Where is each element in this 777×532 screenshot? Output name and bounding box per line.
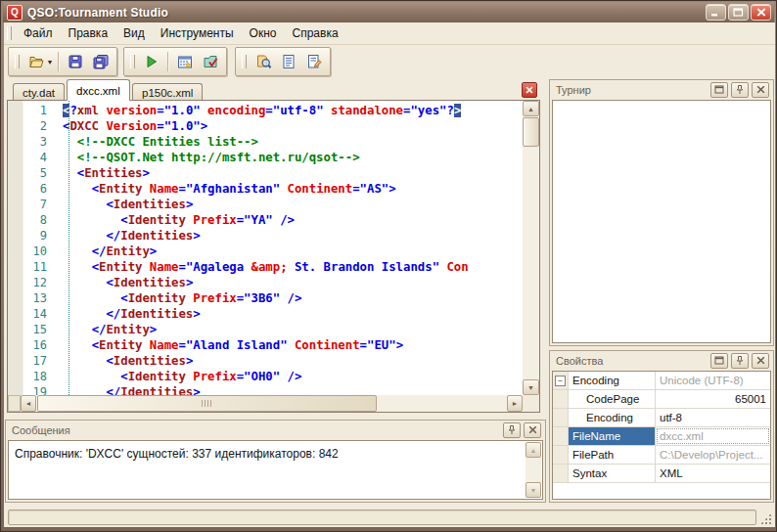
window-button[interactable] <box>710 353 728 369</box>
property-row-syntax[interactable]: SyntaxXML <box>553 465 770 483</box>
resize-grip[interactable] <box>759 512 772 525</box>
minimize-icon <box>710 8 721 17</box>
menu-правка[interactable]: Правка <box>61 23 116 43</box>
messages-panel-body[interactable]: Справочник: 'DXCC' сущностей: 337 иденти… <box>8 440 543 500</box>
code-line[interactable]: 12 <Identities> <box>8 276 522 291</box>
property-row-encoding[interactable]: Encodingutf-8 <box>553 409 770 427</box>
code-line[interactable]: 18 <Identity Prefix="OH0" /> <box>8 370 522 385</box>
property-row-filename[interactable]: FileNamedxcc.xml <box>553 427 770 446</box>
menu-инструменты[interactable]: Инструменты <box>153 23 242 43</box>
minimize-button[interactable] <box>706 4 726 21</box>
maximize-button[interactable] <box>728 4 749 21</box>
splitter-box[interactable] <box>8 395 21 412</box>
view-messages-button[interactable] <box>276 50 301 73</box>
pin-button[interactable] <box>731 353 749 369</box>
document-properties-button[interactable] <box>301 50 327 73</box>
tournament-panel-body[interactable] <box>552 100 771 343</box>
pin-button[interactable] <box>731 82 749 98</box>
tab-cty-dat[interactable]: cty.dat <box>13 83 65 101</box>
line-number: 1 <box>8 104 63 119</box>
scroll-up-button[interactable]: ▲ <box>523 101 539 116</box>
close-button[interactable] <box>752 353 769 369</box>
property-value[interactable]: C:\Develop\Project... <box>656 446 770 464</box>
property-row-encoding[interactable]: −EncodingUnicode (UTF-8) <box>553 372 770 390</box>
property-value[interactable]: Unicode (UTF-8) <box>656 372 770 389</box>
property-grid[interactable]: −EncodingUnicode (UTF-8)CodePage65001Enc… <box>553 372 770 499</box>
property-row-codepage[interactable]: CodePage65001 <box>553 390 770 409</box>
scroll-down-button[interactable]: ▼ <box>526 482 541 498</box>
close-button[interactable] <box>752 82 769 98</box>
close-button[interactable] <box>751 4 771 21</box>
pin-icon <box>735 84 745 95</box>
tab-p150c-xml[interactable]: p150c.xml <box>132 83 203 101</box>
code-line[interactable]: 19 </Identities> <box>8 385 522 395</box>
toolbar-grip-handle[interactable] <box>15 55 20 68</box>
menu-файл[interactable]: Файл <box>16 23 61 43</box>
validate-button[interactable] <box>198 50 223 73</box>
tab-dxcc-xml[interactable]: dxcc.xml <box>67 79 130 101</box>
editor-horizontal-scrollbar[interactable]: ◄ ► <box>8 395 523 412</box>
toolbar-grip-handle[interactable] <box>242 55 247 68</box>
scroll-left-button[interactable]: ◄ <box>21 395 36 412</box>
properties-panel-body: −EncodingUnicode (UTF-8)CodePage65001Enc… <box>552 371 771 500</box>
code-line[interactable]: 10 </Entity> <box>8 244 522 260</box>
menu-окно[interactable]: Окно <box>242 23 285 43</box>
calendar-icon <box>177 54 193 69</box>
code-line[interactable]: 1<?xml version="1.0" encoding="utf-8" st… <box>8 104 522 119</box>
code-line[interactable]: 3 <!--DXCC Entities list--> <box>8 135 522 151</box>
scroll-up-button[interactable]: ▲ <box>526 442 541 458</box>
vertical-scroll-thumb[interactable] <box>523 117 539 147</box>
properties-panel-header[interactable]: Свойства <box>550 351 773 370</box>
document-properties-icon <box>306 54 323 69</box>
collapse-expander-icon[interactable]: − <box>555 376 566 386</box>
search-document-button[interactable] <box>251 50 276 73</box>
code-line[interactable]: 11 <Entity Name="Agalega &amp; St. Brand… <box>8 260 522 276</box>
property-value[interactable]: 65001 <box>656 390 770 408</box>
save-all-button[interactable] <box>88 50 114 73</box>
save-button[interactable] <box>63 50 88 73</box>
code-line[interactable]: 17 <Identities> <box>8 354 522 370</box>
property-row-filepath[interactable]: FilePathC:\Develop\Project... <box>553 446 770 465</box>
code-line[interactable]: 4 <!--QSOT.Net http://msft.net.ru/qsot--… <box>8 151 522 166</box>
run-button[interactable] <box>139 50 164 73</box>
code-line[interactable]: 2<DXCC Version="1.0"> <box>8 119 522 135</box>
toolbar-grip-handle[interactable] <box>130 55 135 68</box>
dropdown-caret-icon[interactable]: ▼ <box>45 59 55 66</box>
tournament-panel-header[interactable]: Турнир <box>550 80 773 99</box>
close-document-button[interactable] <box>522 82 537 98</box>
code-line[interactable]: 9 </Identities> <box>8 229 522 244</box>
toolbar-separator <box>167 52 169 71</box>
pin-button[interactable] <box>503 422 521 438</box>
property-value[interactable]: XML <box>656 465 770 482</box>
property-value[interactable]: dxcc.xml <box>656 427 770 445</box>
editor-lines[interactable]: 1<?xml version="1.0" encoding="utf-8" st… <box>8 104 522 395</box>
code-text: <!--QSOT.Net http://msft.net.ru/qsot--> <box>63 151 360 166</box>
menu-вид[interactable]: Вид <box>115 23 153 43</box>
property-value[interactable]: utf-8 <box>656 409 770 426</box>
window-button[interactable] <box>710 82 728 98</box>
horizontal-scroll-thumb[interactable] <box>37 395 377 412</box>
editor-vertical-scrollbar[interactable]: ▲ ▼ <box>523 101 539 395</box>
menu-справка[interactable]: Справка <box>285 23 346 43</box>
title-bar[interactable]: Q QSO:Tournament Studio <box>3 2 774 22</box>
code-line[interactable]: 16 <Entity Name="Aland Island" Continent… <box>8 338 522 354</box>
search-document-icon <box>255 54 272 69</box>
code-line[interactable]: 14 </Identities> <box>8 307 522 323</box>
menubar-grip-handle[interactable] <box>7 26 12 40</box>
code-line[interactable]: 7 <Identities> <box>8 198 522 213</box>
messages-panel-header[interactable]: Сообщения <box>6 421 545 439</box>
scroll-down-button[interactable]: ▼ <box>523 379 539 395</box>
maximize-icon <box>733 8 744 17</box>
code-line[interactable]: 8 <Identity Prefix="YA" /> <box>8 213 522 229</box>
code-editor[interactable]: 1<?xml version="1.0" encoding="utf-8" st… <box>7 100 540 413</box>
code-line[interactable]: 13 <Identity Prefix="3B6" /> <box>8 291 522 307</box>
calendar-button[interactable] <box>172 50 198 73</box>
scroll-right-button[interactable]: ► <box>507 395 523 412</box>
code-line[interactable]: 6 <Entity Name="Afghanistan" Continent="… <box>8 182 522 198</box>
messages-scrollbar[interactable]: ▲ ▼ <box>526 442 541 498</box>
code-line[interactable]: 5 <Entities> <box>8 166 522 182</box>
property-name: CodePage <box>569 390 656 408</box>
close-button[interactable] <box>524 422 541 438</box>
editor-surface[interactable]: 1<?xml version="1.0" encoding="utf-8" st… <box>8 101 539 412</box>
code-line[interactable]: 15 </Entity> <box>8 323 522 338</box>
